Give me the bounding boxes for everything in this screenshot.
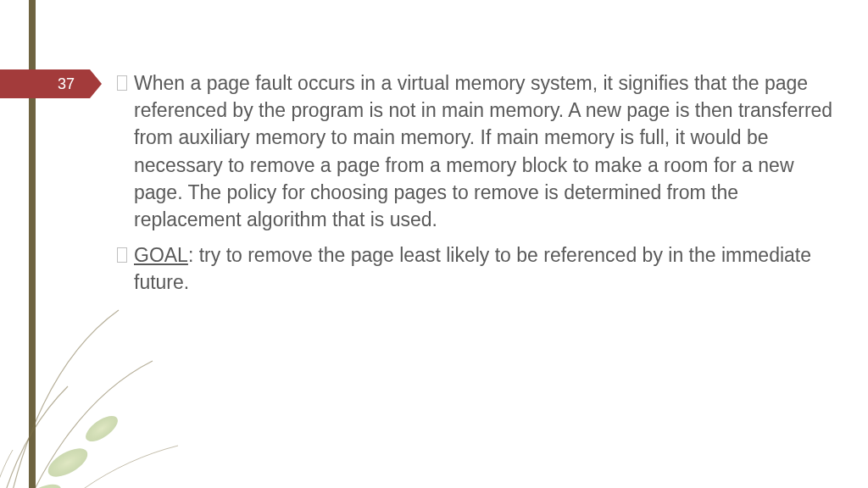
page-number: 37	[58, 75, 75, 93]
bullet-marker-icon	[117, 75, 127, 91]
svg-point-0	[43, 443, 92, 483]
bullet-leading: When	[134, 72, 190, 94]
bullet-item: When a page fault occurs in a virtual me…	[117, 69, 837, 233]
badge-arrow	[90, 69, 102, 98]
goal-separator: :	[188, 244, 199, 266]
svg-point-1	[81, 411, 122, 446]
bullet-marker-icon	[117, 247, 127, 263]
svg-point-2	[20, 480, 65, 488]
goal-label: GOAL	[134, 244, 188, 266]
page-number-badge: 37	[0, 69, 102, 98]
bullet-item: GOAL: try to remove the page least likel…	[117, 241, 837, 296]
bullet-text: try to remove the page least likely to b…	[134, 244, 811, 293]
slide-content: When a page fault occurs in a virtual me…	[117, 69, 837, 305]
bullet-text: a page fault occurs in a virtual memory …	[134, 72, 832, 230]
